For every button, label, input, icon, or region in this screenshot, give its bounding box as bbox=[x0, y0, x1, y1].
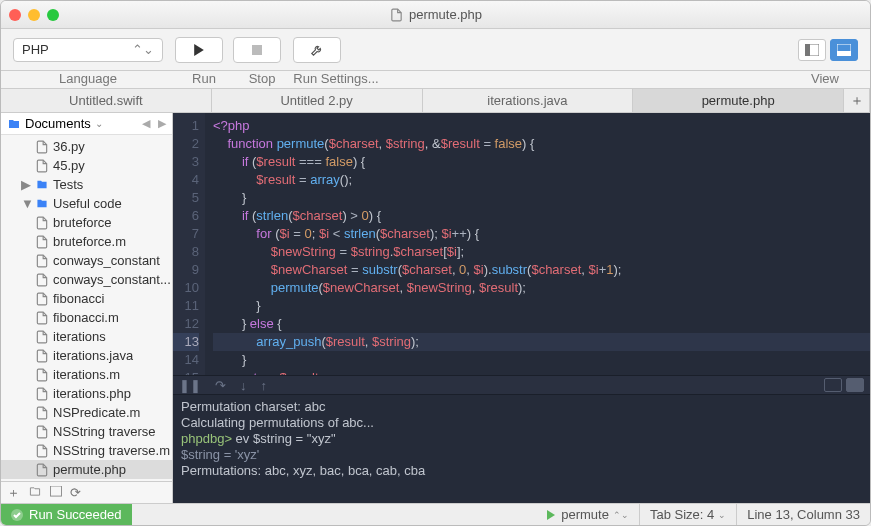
file-icon bbox=[389, 8, 403, 22]
tab-add-button[interactable]: ＋ bbox=[844, 89, 870, 112]
window-close-button[interactable] bbox=[9, 9, 21, 21]
target-play-icon bbox=[547, 510, 557, 520]
folder-icon bbox=[7, 118, 21, 130]
console-pane-left-toggle[interactable] bbox=[824, 378, 842, 392]
file-tree: 36.py45.py▶Tests▼Useful codebruteforcebr… bbox=[1, 135, 172, 481]
run-button[interactable] bbox=[175, 37, 223, 63]
debug-toolbar: ❚❚ ↷ ↓ ↑ bbox=[173, 375, 870, 395]
file-fibonacci-m[interactable]: fibonacci.m bbox=[1, 308, 172, 327]
sidebar-nav-back[interactable]: ◀ bbox=[142, 117, 150, 130]
wrench-icon bbox=[310, 43, 324, 57]
chevron-updown-icon: ⌃⌄ bbox=[132, 42, 154, 57]
file-iterations-php[interactable]: iterations.php bbox=[1, 384, 172, 403]
debug-step-out-icon[interactable]: ↑ bbox=[261, 378, 268, 393]
file-iterations-java[interactable]: iterations.java bbox=[1, 346, 172, 365]
folder-tests[interactable]: ▶Tests bbox=[1, 175, 172, 194]
tab-permute-php[interactable]: permute.php bbox=[633, 89, 844, 112]
svg-marker-0 bbox=[194, 44, 204, 56]
folder-useful-code[interactable]: ▼Useful code bbox=[1, 194, 172, 213]
sidebar-nav-fwd[interactable]: ▶ bbox=[158, 117, 166, 130]
debug-pause-icon[interactable]: ❚❚ bbox=[179, 378, 201, 393]
code-area[interactable]: <?php function permute($charset, $string… bbox=[205, 113, 870, 375]
status-bar: Run Succeeded permute ⌃⌄ Tab Size: 4 ⌄ L… bbox=[1, 503, 870, 525]
svg-marker-8 bbox=[547, 510, 555, 520]
status-tab-size[interactable]: Tab Size: 4 ⌄ bbox=[639, 504, 736, 525]
file-nsstring-traverse-m[interactable]: NSString traverse.m bbox=[1, 441, 172, 460]
view-console-toggle[interactable] bbox=[830, 39, 858, 61]
new-folder-button[interactable] bbox=[28, 485, 42, 500]
file-sidebar: Documents ⌄ ◀ ▶ 36.py45.py▶Tests▼Useful … bbox=[1, 113, 173, 503]
debug-step-in-icon[interactable]: ↓ bbox=[240, 378, 247, 393]
code-editor[interactable]: 123456789101112131415 <?php function per… bbox=[173, 113, 870, 375]
stop-button[interactable] bbox=[233, 37, 281, 63]
toolbar-labels: Language Run Stop Run Settings... View bbox=[1, 71, 870, 89]
stop-icon bbox=[252, 45, 262, 55]
status-cursor-position: Line 13, Column 33 bbox=[736, 504, 870, 525]
file-nspredicate-m[interactable]: NSPredicate.m bbox=[1, 403, 172, 422]
sidebar-path-selector[interactable]: Documents ⌄ ◀ ▶ bbox=[1, 113, 172, 135]
file-bruteforce-m[interactable]: bruteforce.m bbox=[1, 232, 172, 251]
view-sidebar-toggle[interactable] bbox=[798, 39, 826, 61]
tab-bar: Untitled.swiftUntitled 2.pyiterations.ja… bbox=[1, 89, 870, 113]
line-gutter: 123456789101112131415 bbox=[173, 113, 205, 375]
console-output[interactable]: Permutation charset: abcCalculating perm… bbox=[173, 395, 870, 503]
file-45-py[interactable]: 45.py bbox=[1, 156, 172, 175]
svg-rect-6 bbox=[51, 486, 62, 496]
file-nsstring-traverse[interactable]: NSString traverse bbox=[1, 422, 172, 441]
svg-rect-3 bbox=[805, 44, 810, 56]
view-toggle-group bbox=[798, 39, 858, 61]
file-iterations[interactable]: iterations bbox=[1, 327, 172, 346]
file-conways_constant-[interactable]: conways_constant... bbox=[1, 270, 172, 289]
panel-bottom-icon bbox=[837, 44, 851, 56]
play-icon bbox=[193, 44, 205, 56]
file-iterations-m[interactable]: iterations.m bbox=[1, 365, 172, 384]
file-conways_constant[interactable]: conways_constant bbox=[1, 251, 172, 270]
sidebar-root-label: Documents bbox=[25, 116, 91, 131]
file-fibonacci[interactable]: fibonacci bbox=[1, 289, 172, 308]
window-zoom-button[interactable] bbox=[47, 9, 59, 21]
svg-rect-5 bbox=[837, 51, 851, 56]
file-36-py[interactable]: 36.py bbox=[1, 137, 172, 156]
sidebar-footer: ＋ ⟳ bbox=[1, 481, 172, 503]
file-permute-php[interactable]: permute.php bbox=[1, 460, 172, 479]
tab-untitled-swift[interactable]: Untitled.swift bbox=[1, 89, 212, 112]
add-file-button[interactable]: ＋ bbox=[7, 484, 20, 502]
titlebar: permute.php bbox=[1, 1, 870, 29]
panel-left-icon bbox=[805, 44, 819, 56]
window-minimize-button[interactable] bbox=[28, 9, 40, 21]
toolbar: PHP⌃⌄ bbox=[1, 29, 870, 71]
check-circle-icon bbox=[11, 509, 23, 521]
window-title: permute.php bbox=[389, 7, 482, 22]
tab-iterations-java[interactable]: iterations.java bbox=[423, 89, 634, 112]
file-bruteforce[interactable]: bruteforce bbox=[1, 213, 172, 232]
svg-rect-1 bbox=[252, 45, 262, 55]
new-window-button[interactable] bbox=[50, 485, 62, 500]
status-target[interactable]: permute ⌃⌄ bbox=[537, 504, 639, 525]
console-pane-right-toggle[interactable] bbox=[846, 378, 864, 392]
tab-untitled-2-py[interactable]: Untitled 2.py bbox=[212, 89, 423, 112]
run-status: Run Succeeded bbox=[1, 504, 132, 525]
run-settings-button[interactable] bbox=[293, 37, 341, 63]
debug-step-over-icon[interactable]: ↷ bbox=[215, 378, 226, 393]
refresh-button[interactable]: ⟳ bbox=[70, 485, 81, 500]
language-selector[interactable]: PHP⌃⌄ bbox=[13, 38, 163, 62]
